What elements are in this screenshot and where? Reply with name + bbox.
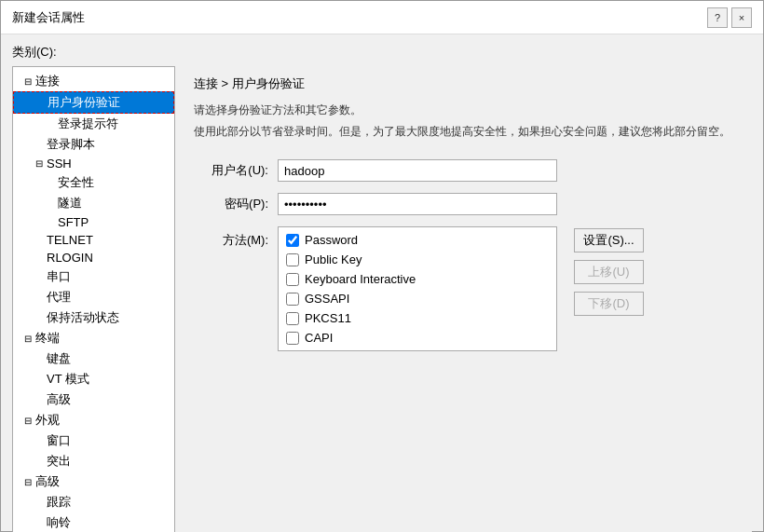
main-content: ⊟连接用户身份验证登录提示符登录脚本⊟SSH安全性隧道SFTPTELNETRLO… [12, 66, 752, 532]
right-panel: 连接 > 用户身份验证 请选择身份验证方法和其它参数。 使用此部分以节省登录时间… [175, 66, 752, 532]
desc-line2: 使用此部分以节省登录时间。但是，为了最大限度地提高安全性，如果担心安全问题，建议… [194, 123, 733, 141]
method-label-public-key: Public Key [305, 252, 362, 266]
tree-item-sftp[interactable]: SFTP [13, 213, 174, 231]
tree-label-telnet: TELNET [47, 233, 93, 247]
method-label-capi: CAPI [305, 331, 333, 345]
breadcrumb: 连接 > 用户身份验证 [194, 75, 733, 92]
checkbox-public-key[interactable] [286, 253, 299, 266]
tree-label-tunnel: 隧道 [58, 195, 82, 211]
tree-label-serial: 串口 [47, 268, 71, 285]
tree-item-rlogin[interactable]: RLOGIN [13, 249, 174, 266]
tree-item-bell[interactable]: 响铃 [13, 512, 174, 532]
tree-item-window[interactable]: 窗口 [13, 430, 174, 451]
method-item-gssapi[interactable]: GSSAPI [286, 292, 549, 306]
close-button[interactable]: × [731, 7, 752, 28]
tree-label-tracking: 跟踪 [47, 494, 71, 511]
tree-label-proxy: 代理 [47, 289, 71, 306]
tree-label-vt-mode: VT 模式 [47, 371, 89, 388]
expand-icon-conn[interactable]: ⊟ [20, 76, 35, 87]
method-item-capi[interactable]: CAPI [286, 331, 549, 345]
tree-item-proxy[interactable]: 代理 [13, 287, 174, 307]
tree-label-advanced-term: 高级 [47, 391, 71, 408]
password-input[interactable] [278, 193, 557, 215]
tree-label-user-auth: 用户身份验证 [48, 94, 120, 111]
tree-item-ssh[interactable]: ⊟SSH [13, 155, 174, 172]
tree-label-ssh: SSH [47, 157, 72, 171]
tree-label-sftp: SFTP [58, 215, 89, 229]
tree-item-security[interactable]: 安全性 [13, 172, 174, 193]
username-input[interactable] [278, 159, 557, 182]
method-box: PasswordPublic KeyKeyboard InteractiveGS… [278, 226, 557, 351]
checkbox-capi[interactable] [286, 332, 299, 345]
title-controls: ? × [707, 7, 752, 28]
expand-icon-advanced[interactable]: ⊟ [20, 477, 35, 487]
method-label-gssapi: GSSAPI [305, 292, 349, 306]
username-label: 用户名(U): [194, 162, 268, 179]
expand-icon-terminal[interactable]: ⊟ [20, 334, 35, 344]
tree-item-vt-mode[interactable]: VT 模式 [13, 369, 174, 389]
password-label: 密码(P): [194, 196, 268, 212]
method-item-pkcs11[interactable]: PKCS11 [286, 311, 549, 325]
expand-icon-ssh[interactable]: ⊟ [32, 158, 47, 169]
checkbox-password[interactable] [286, 234, 299, 247]
tree-item-advanced-term[interactable]: 高级 [13, 389, 174, 410]
tree-item-keyboard[interactable]: 键盘 [13, 348, 174, 369]
dialog-window: 新建会话属性 ? × 类别(C): ⊟连接用户身份验证登录提示符登录脚本⊟SSH… [0, 0, 764, 532]
category-label: 类别(C): [12, 44, 752, 61]
method-item-password[interactable]: Password [286, 233, 549, 247]
dialog-title: 新建会话属性 [12, 9, 85, 26]
tree-item-serial[interactable]: 串口 [13, 266, 174, 287]
method-label-pkcs11: PKCS11 [305, 311, 351, 325]
password-row: 密码(P): [194, 193, 733, 215]
tree-label-security: 安全性 [58, 174, 94, 191]
settings-button[interactable]: 设置(S)... [574, 228, 644, 252]
tree-label-keyboard: 键盘 [47, 350, 71, 367]
tree-label-highlight: 突出 [47, 453, 71, 470]
tree-label-window: 窗口 [47, 432, 71, 449]
method-label-keyboard-interactive: Keyboard Interactive [305, 272, 416, 286]
tree-item-terminal[interactable]: ⊟终端 [13, 328, 174, 348]
method-label-password: Password [305, 233, 358, 247]
checkbox-pkcs11[interactable] [286, 312, 299, 325]
tree-label-advanced: 高级 [35, 473, 60, 490]
dialog-body: 类别(C): ⊟连接用户身份验证登录提示符登录脚本⊟SSH安全性隧道SFTPTE… [1, 34, 763, 532]
tree-label-terminal: 终端 [35, 330, 60, 347]
tree-label-conn: 连接 [35, 73, 60, 89]
tree-item-user-auth[interactable]: 用户身份验证 [13, 91, 174, 114]
side-buttons: 设置(S)... 上移(U) 下移(D) [574, 226, 644, 316]
tree-item-tracking[interactable]: 跟踪 [13, 492, 174, 512]
tree-label-rlogin: RLOGIN [47, 251, 93, 265]
username-row: 用户名(U): [194, 159, 733, 182]
tree-item-tunnel[interactable]: 隧道 [13, 193, 174, 213]
tree-item-conn[interactable]: ⊟连接 [13, 71, 174, 91]
tree-label-keepalive: 保持活动状态 [47, 309, 119, 326]
tree-label-appearance: 外观 [35, 412, 60, 429]
tree-label-login-prompt: 登录提示符 [58, 116, 118, 132]
desc-line1: 请选择身份验证方法和其它参数。 [194, 102, 733, 119]
help-button[interactable]: ? [707, 7, 728, 28]
move-down-button[interactable]: 下移(D) [574, 292, 644, 316]
move-up-button[interactable]: 上移(U) [574, 260, 644, 284]
title-bar: 新建会话属性 ? × [1, 1, 763, 34]
method-row: 方法(M): PasswordPublic KeyKeyboard Intera… [194, 226, 733, 351]
description: 请选择身份验证方法和其它参数。 使用此部分以节省登录时间。但是，为了最大限度地提… [194, 102, 733, 141]
tree-label-bell: 响铃 [47, 514, 71, 531]
checkbox-keyboard-interactive[interactable] [286, 273, 299, 286]
tree-item-login-script[interactable]: 登录脚本 [13, 134, 174, 155]
checkbox-gssapi[interactable] [286, 293, 299, 306]
form-area: 用户名(U): 密码(P): 方法(M): Pas [194, 159, 733, 351]
tree-item-highlight[interactable]: 突出 [13, 451, 174, 471]
tree-panel[interactable]: ⊟连接用户身份验证登录提示符登录脚本⊟SSH安全性隧道SFTPTELNETRLO… [12, 66, 175, 532]
expand-icon-appearance[interactable]: ⊟ [20, 416, 35, 426]
tree-item-appearance[interactable]: ⊟外观 [13, 410, 174, 430]
tree-item-telnet[interactable]: TELNET [13, 231, 174, 249]
tree-item-login-prompt[interactable]: 登录提示符 [13, 114, 174, 134]
method-item-keyboard-interactive[interactable]: Keyboard Interactive [286, 272, 549, 286]
tree-item-keepalive[interactable]: 保持活动状态 [13, 307, 174, 328]
method-item-public-key[interactable]: Public Key [286, 252, 549, 266]
method-label: 方法(M): [194, 226, 268, 249]
tree-item-advanced[interactable]: ⊟高级 [13, 471, 174, 492]
tree-label-login-script: 登录脚本 [47, 136, 95, 153]
